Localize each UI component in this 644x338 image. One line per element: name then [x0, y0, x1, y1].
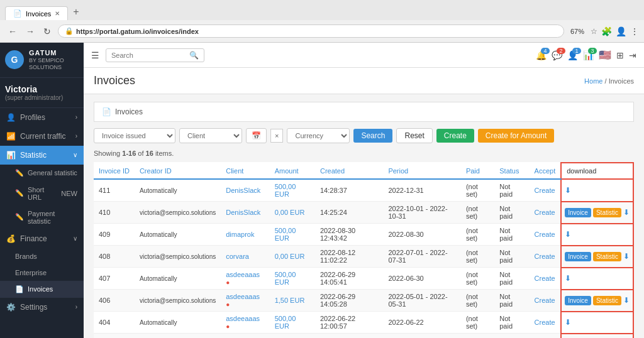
download-icon[interactable]: ⬇: [623, 296, 630, 305]
sidebar-item-brands[interactable]: Brands: [0, 248, 84, 264]
cell-amount: 500,00 EUR: [270, 312, 315, 334]
create-amount-btn[interactable]: Create for Amount: [478, 129, 554, 143]
grid-view-icon[interactable]: ⊞: [616, 50, 624, 60]
cell-amount: 500,00 EUR: [270, 268, 315, 290]
accept-link[interactable]: Create: [535, 297, 555, 304]
sidebar-item-short-url[interactable]: ✏️ Short URL NEW: [0, 182, 84, 205]
sidebar-item-settings[interactable]: ⚙️ Settings ›: [0, 298, 84, 317]
accept-link[interactable]: Create: [535, 187, 555, 194]
download-icon[interactable]: ⬇: [623, 208, 630, 217]
cell-period: 2022-06-22: [383, 312, 460, 334]
download-icon[interactable]: ⬇: [565, 230, 571, 239]
client-link[interactable]: corvara: [226, 253, 249, 260]
forward-btn[interactable]: →: [23, 25, 38, 38]
accept-link[interactable]: Create: [535, 231, 555, 238]
col-client[interactable]: Client: [221, 163, 269, 179]
col-amount[interactable]: Amount: [270, 163, 315, 179]
client-filter[interactable]: Client: [179, 128, 242, 143]
notifications-btn[interactable]: 🔔4: [536, 50, 547, 60]
cell-accept: Create: [530, 312, 562, 334]
client-dot: ●: [226, 323, 230, 330]
extensions-icon[interactable]: 🧩: [601, 26, 612, 36]
sidebar-item-general-statistic[interactable]: ✏️ General statistic: [0, 165, 84, 182]
download-icon[interactable]: ⬇: [565, 186, 571, 195]
currency-filter[interactable]: Currency: [287, 128, 350, 143]
cell-paid: (not set): [461, 224, 494, 246]
address-bar[interactable]: 🔒 https://portal.gatum.io/invoices/index: [58, 25, 564, 38]
accept-link[interactable]: Create: [535, 319, 555, 326]
language-flag[interactable]: 🇺🇸: [599, 49, 611, 61]
sidebar-item-finance[interactable]: 💰 Finance ∨: [0, 229, 84, 248]
search-input[interactable]: [111, 52, 187, 59]
invoice-btn[interactable]: Invoice: [565, 208, 591, 217]
hamburger-icon[interactable]: ☰: [91, 50, 99, 60]
sidebar-item-statistic[interactable]: 📊 Statistic ∨: [0, 146, 84, 165]
tab-close-btn[interactable]: ✕: [55, 10, 60, 17]
sidebar-item-invoices[interactable]: 📄 Invoices: [0, 281, 84, 298]
menu-icon[interactable]: ⋮: [630, 26, 639, 36]
cell-download: ⬇: [561, 179, 633, 202]
active-tab[interactable]: 📄 Invoices ✕: [5, 6, 68, 20]
invoice-issued-filter[interactable]: Invoice issued: [94, 128, 175, 143]
messages-btn[interactable]: 💬2: [552, 50, 562, 60]
download-icon[interactable]: ⬇: [565, 318, 571, 327]
statistic-btn[interactable]: Statistic: [593, 252, 621, 261]
sidebar-item-enterprise[interactable]: Enterprise: [0, 264, 84, 281]
download-icon[interactable]: ⬇: [623, 252, 630, 261]
client-link[interactable]: asdeeaaas: [226, 315, 260, 322]
invoice-btn[interactable]: Invoice: [565, 296, 591, 305]
table-row: 404Automaticallyasdeeaaas ●500,00 EUR202…: [94, 312, 633, 334]
col-accept[interactable]: Accept: [530, 163, 562, 179]
sidebar-item-payment-statistic[interactable]: ✏️ Payment statistic: [0, 205, 84, 229]
col-download[interactable]: download: [561, 163, 633, 179]
logout-icon[interactable]: ⇥: [629, 50, 636, 60]
bookmark-icon[interactable]: ☆: [591, 27, 597, 36]
users-btn[interactable]: 👤1: [567, 50, 578, 60]
statistic-btn[interactable]: Statistic: [593, 296, 621, 305]
create-btn[interactable]: Create: [436, 129, 474, 143]
client-link[interactable]: DenisSlack: [226, 187, 260, 194]
search-box[interactable]: 🔍: [106, 48, 204, 62]
client-link[interactable]: asdeeaaas: [226, 293, 260, 300]
back-btn[interactable]: ←: [5, 25, 20, 38]
col-creator-id[interactable]: Creator ID: [135, 163, 221, 179]
cell-client: asdeeaaas ●: [221, 312, 269, 334]
sidebar-label-settings: Settings: [20, 303, 47, 312]
reload-btn[interactable]: ↻: [40, 25, 54, 38]
cell-client: dimaprok: [221, 224, 269, 246]
col-invoice-id[interactable]: Invoice ID: [94, 163, 135, 179]
invoice-btn[interactable]: Invoice: [565, 252, 591, 261]
sidebar-item-profiles[interactable]: 👤 Profiles ›: [0, 108, 84, 127]
table-row: 403victoria@sempico.solutionsasdeeaaas ●…: [94, 334, 633, 339]
accept-link[interactable]: Create: [535, 275, 555, 282]
sidebar-item-current-traffic[interactable]: 📶 Current traffic ›: [0, 127, 84, 146]
download-icon[interactable]: ⬇: [565, 274, 571, 283]
date-picker-btn[interactable]: 📅: [246, 128, 267, 143]
client-link[interactable]: DenisSlack: [226, 209, 260, 216]
reset-btn[interactable]: Reset: [396, 128, 432, 143]
profile-icon[interactable]: 👤: [616, 26, 626, 36]
breadcrumb-home[interactable]: Home: [584, 77, 602, 85]
col-created[interactable]: Created: [315, 163, 383, 179]
client-link[interactable]: dimaprok: [226, 231, 254, 238]
search-btn[interactable]: Search: [353, 129, 392, 143]
sidebar-nav: 👤 Profiles › 📶 Current traffic › 📊 Stati…: [0, 108, 84, 338]
clear-date-btn[interactable]: ×: [270, 129, 283, 143]
cell-client: asdeeaaas ●: [221, 290, 269, 312]
cell-created: 2022-08-30 12:43:42: [315, 224, 383, 246]
col-status[interactable]: Status: [494, 163, 529, 179]
chevron-right-icon3: ›: [75, 303, 77, 310]
table-row: 410victoria@sempico.solutionsDenisSlack0…: [94, 202, 633, 224]
col-paid[interactable]: Paid: [461, 163, 494, 179]
finance-icon: 💰: [6, 234, 16, 243]
client-link[interactable]: asdeeaaas: [226, 271, 260, 278]
cell-period: 2022-12-31: [383, 179, 460, 202]
accept-link[interactable]: Create: [535, 209, 555, 216]
stats-btn[interactable]: 📊3: [583, 50, 594, 60]
cell-invoice-id: 409: [94, 224, 135, 246]
sidebar-logo: G GATUM BY SEMPICO SOLUTIONS: [0, 43, 84, 78]
accept-link[interactable]: Create: [535, 253, 555, 260]
new-tab-btn[interactable]: +: [68, 4, 84, 20]
statistic-btn[interactable]: Statistic: [593, 208, 621, 217]
col-period[interactable]: Period: [383, 163, 460, 179]
